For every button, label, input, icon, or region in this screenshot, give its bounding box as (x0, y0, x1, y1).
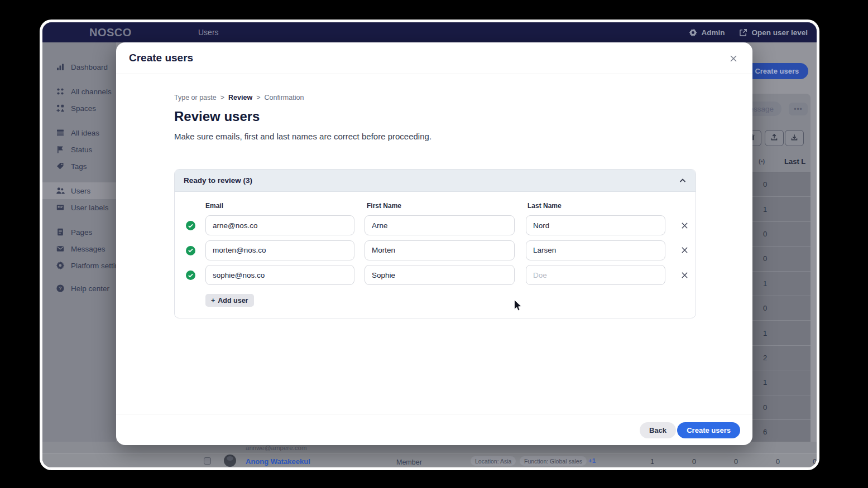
sidebar-item-label: Status (71, 146, 92, 154)
sidebar-item-label: Dashboard (71, 63, 108, 71)
help-icon: ? (56, 284, 65, 293)
email-field[interactable] (205, 265, 354, 285)
sidebar-item-status[interactable]: Status (42, 141, 116, 158)
valid-check-icon (186, 246, 195, 255)
sidebar-item-label: Spaces (71, 104, 96, 113)
plus-icon: + (211, 297, 215, 305)
sidebar-item-label: All ideas (71, 129, 99, 137)
sidebar-item-help-center[interactable]: ? Help center (42, 280, 116, 297)
sidebar-item-tags[interactable]: Tags (42, 158, 116, 175)
page-icon (56, 228, 65, 236)
sidebar-item-label: Users (71, 187, 90, 195)
row-count-cell: 0 (813, 458, 817, 466)
row-count-cell: 0 (776, 458, 780, 466)
row-count-cell: 0 (692, 458, 696, 466)
brand-logo: NOSCO (89, 26, 132, 39)
list-icon (56, 128, 65, 137)
remove-row-icon[interactable] (678, 268, 691, 282)
user-label-tag: Location: Asia (471, 456, 516, 466)
page-title: Review users (174, 109, 260, 124)
gear-icon (689, 28, 697, 37)
mail-icon (56, 244, 65, 253)
user-review-row (175, 265, 696, 285)
chevron-up-icon[interactable] (678, 176, 688, 186)
ready-to-review-panel: Ready to review (3) Email First Name Las… (174, 169, 696, 318)
open-user-level-label: Open user level (751, 28, 808, 37)
sidebar-item-messages[interactable]: Messages (42, 240, 116, 257)
modal-title: Create users (129, 52, 193, 64)
row-count-cell: 0 (734, 458, 738, 466)
breadcrumb-separator: > (256, 94, 260, 102)
avatar (224, 455, 236, 467)
topbar-actions: Admin Open user level (689, 22, 808, 42)
user-role-text: Member (396, 458, 422, 466)
panel-header[interactable]: Ready to review (3) (175, 170, 696, 192)
sidebar-item-spaces[interactable]: Spaces (42, 100, 116, 117)
breadcrumb-step-type-or-paste[interactable]: Type or paste (174, 94, 217, 102)
ellipsis-icon: ••• (794, 105, 803, 113)
upload-icon (770, 133, 778, 143)
screenshot-stage: NOSCO Users Admin Open user level (0, 0, 868, 488)
svg-text:?: ? (59, 286, 62, 291)
open-user-level-link[interactable]: Open user level (739, 28, 808, 37)
row-checkbox[interactable] (204, 457, 211, 465)
sidebar-item-label: All channels (71, 88, 112, 96)
app-window: NOSCO Users Admin Open user level (42, 22, 817, 467)
sidebar-item-all-ideas[interactable]: All ideas (42, 124, 116, 141)
last-name-field[interactable] (526, 265, 665, 285)
sidebar-item-pages[interactable]: Pages (42, 224, 116, 240)
sidebar-item-all-channels[interactable]: All channels (42, 83, 116, 100)
first-name-field[interactable] (365, 215, 515, 235)
gear-icon (56, 261, 65, 270)
last-name-field[interactable] (526, 240, 665, 260)
topbar: NOSCO Users Admin Open user level (42, 22, 817, 42)
download-icon (790, 133, 798, 143)
remove-row-icon[interactable] (678, 219, 691, 232)
user-label-tag: Function: Global sales (520, 456, 587, 466)
sidebar-item-label: Tags (71, 162, 87, 171)
breadcrumb-separator: > (220, 94, 224, 102)
sidebar-item-users[interactable]: Users (42, 182, 116, 199)
first-name-field[interactable] (365, 240, 515, 260)
last-name-field[interactable] (526, 215, 665, 235)
add-user-button[interactable]: + Add user (205, 294, 254, 307)
sidebar-item-dashboard[interactable]: Dashboard (42, 59, 116, 75)
back-button[interactable]: Back (640, 422, 676, 438)
close-icon[interactable] (727, 52, 740, 65)
background-download-button[interactable] (785, 130, 804, 146)
column-header-first-name: First Name (367, 202, 401, 210)
sidebar-item-user-labels[interactable]: User labels (42, 199, 116, 216)
breadcrumb-step-confirmation: Confirmation (264, 94, 304, 102)
sidebar-item-label: Platform settings (71, 262, 116, 270)
background-more-button[interactable]: ••• (789, 103, 808, 115)
breadcrumb-step-review: Review (228, 94, 252, 102)
valid-check-icon (186, 270, 195, 280)
column-header-email: Email (205, 202, 223, 210)
breadcrumb: Type or paste > Review > Confirmation (174, 94, 304, 102)
flag-icon (56, 145, 65, 154)
modal-footer: Back Create users (116, 414, 752, 445)
row-count-cell: 1 (650, 458, 654, 466)
user-name-link[interactable]: Anong Watakeekul (246, 457, 310, 466)
more-tags-badge[interactable]: +1 (588, 457, 596, 464)
column-header-last-name: Last Name (527, 202, 562, 210)
background-upload-button[interactable] (765, 130, 784, 146)
user-review-row (175, 240, 696, 260)
users-icon (56, 186, 65, 195)
admin-menu[interactable]: Admin (689, 28, 725, 37)
email-field[interactable] (205, 240, 354, 260)
user-review-row (175, 215, 696, 235)
sidebar-item-label: Pages (71, 228, 92, 236)
page-subtitle: Make sure emails, first and last names a… (174, 132, 431, 141)
email-field[interactable] (205, 215, 354, 235)
topbar-page-title: Users (198, 28, 219, 37)
valid-check-icon (186, 221, 195, 230)
external-link-icon (739, 28, 747, 37)
sidebar-item-platform-settings[interactable]: Platform settings (42, 257, 116, 274)
create-users-button[interactable]: Create users (677, 422, 740, 438)
remove-row-icon[interactable] (678, 244, 691, 257)
background-last-login-column-header: Last L (784, 157, 805, 166)
first-name-field[interactable] (365, 265, 515, 285)
tag-icon (56, 162, 65, 171)
background-table-row (42, 453, 817, 467)
